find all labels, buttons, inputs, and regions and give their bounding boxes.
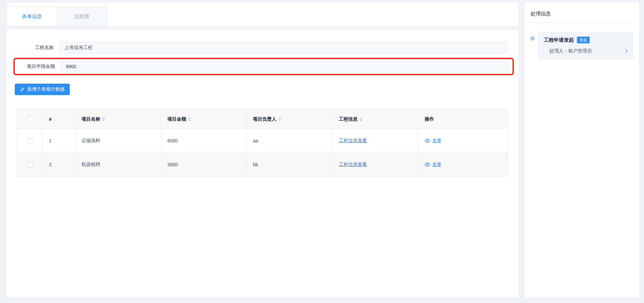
form-panel: 工程名称 上海填海工程 项目申报金额 9900 新增子表格行数据 bbox=[7, 30, 518, 297]
cell-actions: 查看 bbox=[419, 153, 508, 177]
header-project-amount[interactable]: 项目金额 bbox=[161, 110, 247, 129]
sort-icon[interactable] bbox=[188, 117, 191, 121]
process-step-card[interactable]: 工程申请发起 发起 处理人：租户管理员 bbox=[538, 32, 634, 59]
view-action-label: 查看 bbox=[432, 162, 441, 168]
cell-project-manager: aa bbox=[247, 129, 333, 153]
declared-amount-input[interactable]: 9900 bbox=[61, 61, 508, 72]
row-checkbox[interactable] bbox=[28, 162, 33, 167]
table-row: 2 机器租聘 3900 bb 工程信息查看 bbox=[17, 153, 508, 177]
sort-icon[interactable] bbox=[278, 117, 281, 121]
header-project-name[interactable]: 项目名称 bbox=[75, 110, 161, 129]
process-step-title: 工程申请发起 bbox=[544, 37, 574, 43]
red-highlight-box: 项目申报金额 9900 bbox=[13, 58, 514, 75]
header-project-amount-label: 项目金额 bbox=[167, 116, 186, 122]
view-action-link[interactable]: 查看 bbox=[425, 162, 441, 168]
cell-actions: 查看 bbox=[419, 129, 508, 153]
header-select-all-cell bbox=[17, 110, 43, 129]
tab-form-info[interactable]: 表单信息 bbox=[7, 7, 57, 26]
eye-icon bbox=[425, 138, 430, 143]
view-action-link[interactable]: 查看 bbox=[425, 138, 441, 144]
cell-index: 2 bbox=[43, 153, 75, 177]
cell-project-amount: 3900 bbox=[161, 153, 247, 177]
process-info-title: 处理信息 bbox=[530, 7, 634, 23]
header-project-manager[interactable]: 项目负责人 bbox=[247, 110, 333, 129]
select-all-checkbox[interactable] bbox=[28, 117, 33, 122]
add-subtable-row-button-label: 新增子表格行数据 bbox=[27, 86, 65, 92]
row-select-cell bbox=[17, 129, 43, 153]
header-actions: 操作 bbox=[419, 110, 508, 129]
sort-icon[interactable] bbox=[102, 117, 105, 121]
add-subtable-row-button[interactable]: 新增子表格行数据 bbox=[15, 84, 70, 95]
row-checkbox[interactable] bbox=[28, 138, 33, 143]
field-row-declared-amount: 项目申报金额 9900 bbox=[15, 61, 513, 72]
declared-amount-label: 项目申报金额 bbox=[15, 63, 55, 70]
main-column: 表单信息 流程图 工程名称 上海填海工程 项目申报金额 9900 bbox=[7, 3, 518, 297]
eye-icon bbox=[425, 162, 430, 167]
row-select-cell bbox=[17, 153, 43, 177]
tab-bar: 表单信息 流程图 bbox=[7, 3, 518, 26]
cell-project-name: 机器租聘 bbox=[75, 153, 161, 177]
header-actions-label: 操作 bbox=[425, 116, 434, 122]
engineering-info-link[interactable]: 工程信息查看 bbox=[339, 162, 367, 167]
cell-engineering-info: 工程信息查看 bbox=[333, 129, 419, 153]
header-engineering-info[interactable]: 工程信息 bbox=[333, 110, 419, 129]
page: 表单信息 流程图 工程名称 上海填海工程 项目申报金额 9900 bbox=[0, 0, 644, 303]
tab-flow-chart[interactable]: 流程图 bbox=[57, 7, 107, 26]
header-index-label: # bbox=[49, 117, 52, 122]
timeline-item: 工程申请发起 发起 处理人：租户管理员 bbox=[530, 32, 634, 59]
cell-project-amount: 6000 bbox=[161, 129, 247, 153]
table-row: 1 运输填料 6000 aa 工程信息查看 bbox=[17, 129, 508, 153]
initiate-badge: 发起 bbox=[577, 37, 590, 43]
view-action-label: 查看 bbox=[432, 138, 441, 144]
sort-icon[interactable] bbox=[360, 117, 362, 121]
field-row-project-name: 工程名称 上海填海工程 bbox=[7, 42, 518, 53]
project-name-input[interactable]: 上海填海工程 bbox=[60, 42, 507, 53]
cell-index: 1 bbox=[43, 129, 75, 153]
header-project-manager-label: 项目负责人 bbox=[253, 116, 276, 122]
table-header-row: # 项目名称 项目金额 bbox=[17, 110, 508, 129]
project-name-label: 工程名称 bbox=[7, 45, 54, 51]
header-engineering-info-label: 工程信息 bbox=[339, 116, 358, 122]
timeline-dot-icon bbox=[531, 37, 534, 40]
cell-engineering-info: 工程信息查看 bbox=[333, 153, 419, 177]
header-index: # bbox=[43, 110, 75, 129]
process-info-panel: 处理信息 工程申请发起 发起 处理人：租户管理员 bbox=[525, 3, 639, 297]
cell-project-manager: bb bbox=[247, 153, 333, 177]
engineering-info-link[interactable]: 工程信息查看 bbox=[339, 138, 367, 143]
tab-form-info-label: 表单信息 bbox=[22, 13, 42, 20]
tab-flow-chart-label: 流程图 bbox=[74, 13, 90, 20]
pencil-icon bbox=[20, 87, 25, 92]
header-project-name-label: 项目名称 bbox=[82, 116, 100, 122]
cell-project-name: 运输填料 bbox=[75, 129, 161, 153]
sub-table: # 项目名称 项目金额 bbox=[17, 109, 508, 177]
chevron-right-icon[interactable] bbox=[625, 49, 628, 53]
handler-label: 处理人：租户管理员 bbox=[549, 48, 592, 54]
